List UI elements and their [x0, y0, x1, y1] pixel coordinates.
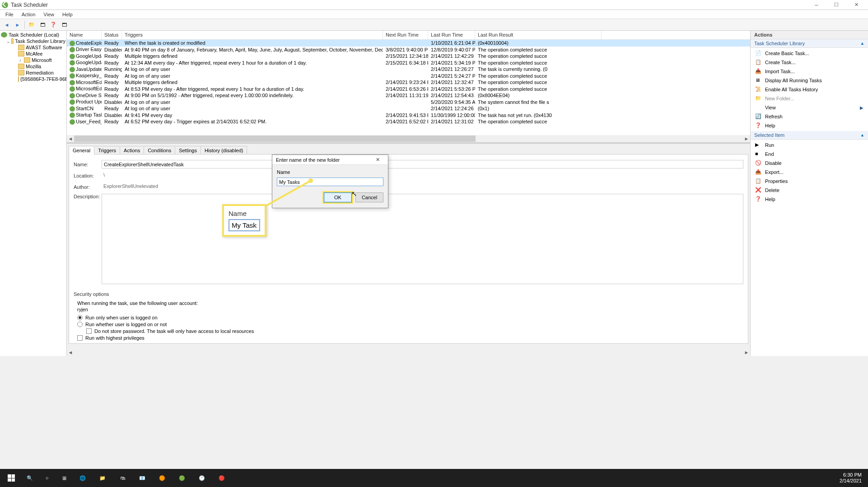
- action-item[interactable]: View▶: [751, 103, 868, 112]
- table-row[interactable]: OneDrive St...ReadyAt 9:00 PM on 5/1/199…: [67, 92, 750, 99]
- tree-library[interactable]: ⌄Task Scheduler Library: [0, 38, 66, 44]
- action-item[interactable]: ❌Delete: [751, 186, 868, 195]
- close-button[interactable]: ✕: [846, 0, 866, 9]
- table-row[interactable]: User_Feed_S...ReadyAt 6:52 PM every day …: [67, 118, 750, 125]
- tree-item-remediation[interactable]: Remediation: [0, 70, 66, 76]
- menu-file[interactable]: File: [2, 11, 17, 18]
- search-button[interactable]: 🔍: [22, 469, 38, 487]
- maximize-button[interactable]: ☐: [826, 0, 846, 9]
- col-result[interactable]: Last Run Result: [475, 31, 602, 39]
- col-next-run[interactable]: Next Run Time: [383, 31, 428, 39]
- action-item[interactable]: 🖥Display All Running Tasks: [751, 76, 868, 85]
- description-box[interactable]: [102, 194, 743, 284]
- action-item[interactable]: 📋Create Task...: [751, 58, 868, 67]
- table-row[interactable]: MicrosoftEd...ReadyAt 8:53 PM every day …: [67, 86, 750, 93]
- table-row[interactable]: Startup TasksDisabledAt 9:41 PM every da…: [67, 112, 750, 119]
- tree-item-mcafee[interactable]: McAfee: [0, 51, 66, 57]
- radio-label: Run whether user is logged on or not: [85, 322, 167, 327]
- action-item[interactable]: 🚫Disable: [751, 159, 868, 168]
- explorer-icon[interactable]: 📁: [93, 469, 112, 487]
- system-tray[interactable]: 6:30 PM 2/14/2021: [840, 472, 866, 484]
- action-item[interactable]: 📜Enable All Tasks History: [751, 85, 868, 94]
- action-item[interactable]: 📄Create Basic Task...: [751, 49, 868, 58]
- tree-root[interactable]: Task Scheduler (Local): [0, 32, 66, 38]
- tab-conditions[interactable]: Conditions: [144, 146, 175, 155]
- collapse-icon[interactable]: ▲: [860, 41, 864, 46]
- table-row[interactable]: JavaUpdateS...RunningAt log on of any us…: [67, 66, 750, 73]
- check-highest-priv[interactable]: Run with highest privileges: [77, 335, 743, 341]
- tab-history[interactable]: History (disabled): [201, 146, 247, 155]
- tool-button-3[interactable]: ❓: [48, 20, 58, 30]
- action-item[interactable]: 📤Export...: [751, 168, 868, 177]
- app-icon-3[interactable]: 🔴: [212, 469, 231, 487]
- table-row[interactable]: Driver Easy S...DisabledAt 9:40 PM on da…: [67, 47, 750, 53]
- radio-logged-on[interactable]: Run only when user is logged on: [77, 315, 743, 320]
- expand-icon[interactable]: ⌄: [6, 39, 10, 44]
- col-triggers[interactable]: Triggers: [122, 31, 383, 39]
- action-item[interactable]: 📥Import Task...: [751, 67, 868, 76]
- scroll-track[interactable]: [74, 135, 743, 142]
- scroll-left-button[interactable]: ◄: [67, 349, 74, 356]
- dialog-close-button[interactable]: ✕: [371, 157, 384, 163]
- tree-item-guid[interactable]: {595886F3-7FE8-96BB-: [0, 76, 66, 82]
- app-icon-1[interactable]: 📧: [133, 469, 152, 487]
- store-icon[interactable]: 🛍: [113, 469, 132, 487]
- forward-button[interactable]: [13, 20, 23, 30]
- tool-button-4[interactable]: 🗔: [59, 20, 69, 30]
- table-row[interactable]: Kaspersky_U...ReadyAt log on of any user…: [67, 73, 750, 80]
- table-row[interactable]: Product Upd...DisabledAt log on of any u…: [67, 99, 750, 106]
- tool-button-1[interactable]: 📁: [27, 20, 37, 30]
- name-input[interactable]: [102, 160, 743, 169]
- table-row[interactable]: StartCNReadyAt log on of any user2/14/20…: [67, 105, 750, 112]
- action-item[interactable]: ■End: [751, 150, 868, 159]
- minimize-button[interactable]: ─: [807, 0, 826, 9]
- tree-item-mozilla[interactable]: Mozilla: [0, 63, 66, 70]
- action-item[interactable]: 🔄Refresh: [751, 112, 868, 121]
- action-item[interactable]: ▶Run: [751, 140, 868, 150]
- tab-settings[interactable]: Settings: [175, 146, 201, 155]
- table-row[interactable]: GoogleUpda...ReadyMultiple triggers defi…: [67, 53, 750, 60]
- chrome-icon[interactable]: 🟢: [173, 469, 191, 487]
- actions-section-library[interactable]: Task Scheduler Library▲: [751, 39, 868, 48]
- table-row[interactable]: GoogleUpda...ReadyAt 12:34 AM every day …: [67, 60, 750, 66]
- ok-button[interactable]: OK: [324, 192, 352, 202]
- edge-icon[interactable]: 🌐: [73, 469, 92, 487]
- action-item[interactable]: ❓Help: [751, 195, 868, 204]
- clock[interactable]: 6:30 PM 2/14/2021: [840, 472, 862, 484]
- scroll-thumb[interactable]: [74, 136, 476, 142]
- radio-whether[interactable]: Run whether user is logged on or not: [77, 322, 743, 327]
- task-view-button[interactable]: ⊞: [56, 469, 72, 487]
- back-button[interactable]: [2, 20, 12, 30]
- table-row[interactable]: MicrosoftEd...ReadyMultiple triggers def…: [67, 79, 750, 86]
- col-name[interactable]: Name: [67, 31, 102, 39]
- cortana-button[interactable]: ○: [39, 469, 55, 487]
- bottom-scroll[interactable]: ◄ ►: [67, 349, 750, 356]
- action-item[interactable]: ❓Help: [751, 121, 868, 130]
- tab-triggers[interactable]: Triggers: [94, 146, 120, 155]
- scheduler-taskbar-icon[interactable]: 🕐: [192, 469, 211, 487]
- scroll-right-button[interactable]: ►: [743, 349, 750, 356]
- tool-button-2[interactable]: 🗔: [37, 20, 47, 30]
- scroll-left-button[interactable]: ◄: [67, 135, 74, 142]
- start-button[interactable]: [2, 469, 21, 487]
- app-icon-2[interactable]: 🟠: [153, 469, 172, 487]
- collapse-icon[interactable]: ▲: [860, 133, 864, 137]
- horizontal-scrollbar[interactable]: ◄ ►: [67, 135, 750, 142]
- tree-item-avast[interactable]: AVAST Software: [0, 44, 66, 51]
- cancel-button[interactable]: Cancel: [355, 192, 383, 202]
- menu-view[interactable]: View: [40, 11, 58, 18]
- menu-action[interactable]: Action: [18, 11, 39, 18]
- table-row[interactable]: CreateExplor...ReadyWhen the task is cre…: [67, 40, 750, 47]
- actions-section-selected[interactable]: Selected Item▲: [751, 131, 868, 140]
- col-status[interactable]: Status: [102, 31, 122, 39]
- scroll-right-button[interactable]: ►: [743, 135, 750, 142]
- expand-icon[interactable]: ›: [18, 58, 23, 63]
- menu-help[interactable]: Help: [59, 11, 76, 18]
- tab-actions[interactable]: Actions: [120, 146, 144, 155]
- tree-item-microsoft[interactable]: ›Microsoft: [0, 57, 66, 63]
- tab-general[interactable]: General: [69, 146, 94, 155]
- action-item[interactable]: 📋Properties: [751, 177, 868, 186]
- col-last-run[interactable]: Last Run Time: [428, 31, 475, 39]
- action-item[interactable]: 📁New Folder...: [751, 94, 868, 103]
- check-no-password[interactable]: Do not store password. The task will onl…: [86, 328, 743, 334]
